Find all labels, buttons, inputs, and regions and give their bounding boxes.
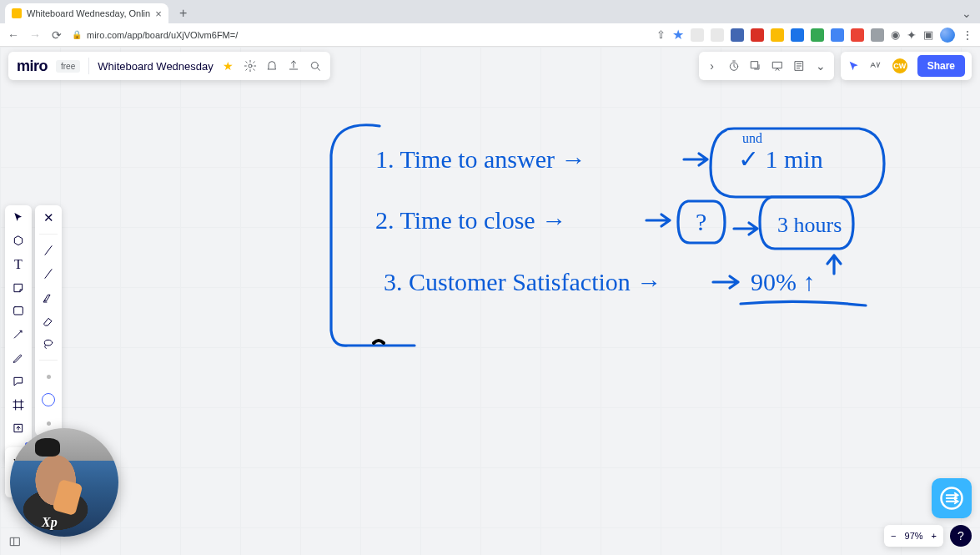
- lock-icon: 🔒: [72, 30, 82, 39]
- extensions-puzzle-icon[interactable]: ✦: [907, 28, 917, 42]
- hw-line2: 2. Time to close →: [375, 206, 566, 234]
- chrome-menu-icon[interactable]: ⋮: [962, 28, 973, 42]
- extension-icon[interactable]: [751, 28, 764, 42]
- extension-icon[interactable]: [811, 28, 824, 42]
- miro-favicon-icon: [12, 8, 22, 18]
- forward-button[interactable]: →: [28, 28, 42, 42]
- address-bar: ← → ⟳ 🔒 miro.com/app/board/uXjVOlvm6FM=/…: [0, 23, 980, 47]
- pen-stroke: [374, 341, 384, 343]
- close-tab-icon[interactable]: ×: [155, 8, 162, 20]
- extension-icon[interactable]: [691, 28, 704, 42]
- window-chevron-icon[interactable]: ⌄: [962, 7, 972, 20]
- extension-row: ⇧ ★ ◉ ✦ ▣ ⋮: [656, 27, 973, 43]
- url-box[interactable]: 🔒 miro.com/app/board/uXjVOlvm6FM=/: [72, 30, 238, 40]
- hw-line2-box2: 3 hours: [777, 213, 842, 237]
- hw-line1: 1. Time to answer →: [375, 145, 586, 173]
- handwriting-text: 1. Time to answer → und ✓ 1 min 2. Time …: [375, 131, 842, 295]
- browser-frame: Whiteboard Wednesday, Onlin × + ⌄ ← → ⟳ …: [0, 0, 980, 47]
- hw-line3: 3. Customer Satisfaction →: [384, 268, 661, 295]
- hw-line1-badge: ✓ 1 min: [738, 145, 823, 173]
- reload-button[interactable]: ⟳: [50, 28, 63, 42]
- extension-icon[interactable]: [771, 28, 784, 42]
- sidepanel-icon[interactable]: ▣: [923, 28, 933, 41]
- hw-line1-badge-top: und: [742, 131, 762, 145]
- extension-icon[interactable]: [851, 28, 864, 42]
- hw-line3-value: 90% ↑: [751, 268, 816, 295]
- extension-icon[interactable]: [791, 28, 804, 42]
- extension-icon[interactable]: [871, 28, 884, 42]
- bookmark-star-icon[interactable]: ★: [672, 27, 684, 43]
- url-text: miro.com/app/board/uXjVOlvm6FM=/: [87, 30, 238, 40]
- tab-strip: Whiteboard Wednesday, Onlin × + ⌄: [0, 0, 980, 23]
- profile-avatar-icon[interactable]: [940, 28, 955, 43]
- tab-title: Whiteboard Wednesday, Onlin: [27, 8, 150, 18]
- extension-icon[interactable]: [831, 28, 844, 42]
- extension-icon[interactable]: [731, 28, 744, 42]
- new-tab-button[interactable]: +: [175, 5, 192, 22]
- extension-icon[interactable]: [711, 28, 724, 42]
- browser-tab[interactable]: Whiteboard Wednesday, Onlin ×: [5, 3, 168, 23]
- back-button[interactable]: ←: [7, 28, 20, 42]
- camera-icon[interactable]: ◉: [891, 28, 900, 41]
- share-page-icon[interactable]: ⇧: [656, 28, 666, 41]
- hw-line2-q: ?: [696, 208, 706, 235]
- canvas[interactable]: 1. Time to answer → und ✓ 1 min 2. Time …: [0, 47, 980, 555]
- miro-app: miro free Whiteboard Wednesday ★ ›: [0, 47, 980, 555]
